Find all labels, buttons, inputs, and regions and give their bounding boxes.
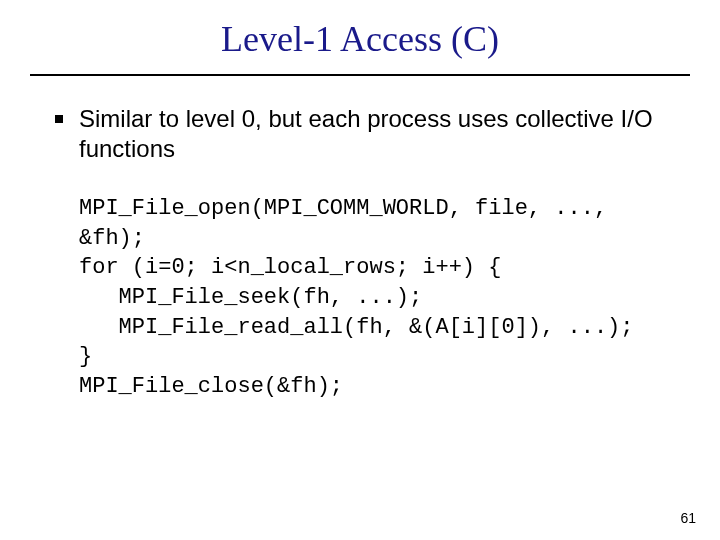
bullet-item: Similar to level 0, but each process use…: [55, 104, 665, 164]
slide-body: Similar to level 0, but each process use…: [0, 76, 720, 402]
bullet-dot-icon: [55, 115, 63, 123]
code-line: }: [79, 344, 92, 369]
code-line: MPI_File_close(&fh);: [79, 374, 343, 399]
slide-title: Level-1 Access (C): [0, 0, 720, 74]
code-line: MPI_File_read_all(fh, &(A[i][0]), ...);: [79, 315, 634, 340]
page-number: 61: [680, 510, 696, 526]
code-line: MPI_File_open(MPI_COMM_WORLD, file, ...,: [79, 196, 607, 221]
code-line: MPI_File_seek(fh, ...);: [79, 285, 422, 310]
code-block: MPI_File_open(MPI_COMM_WORLD, file, ...,…: [79, 194, 665, 402]
slide: Level-1 Access (C) Similar to level 0, b…: [0, 0, 720, 540]
bullet-text: Similar to level 0, but each process use…: [79, 104, 665, 164]
code-line: for (i=0; i<n_local_rows; i++) {: [79, 255, 501, 280]
code-line: &fh);: [79, 226, 145, 251]
